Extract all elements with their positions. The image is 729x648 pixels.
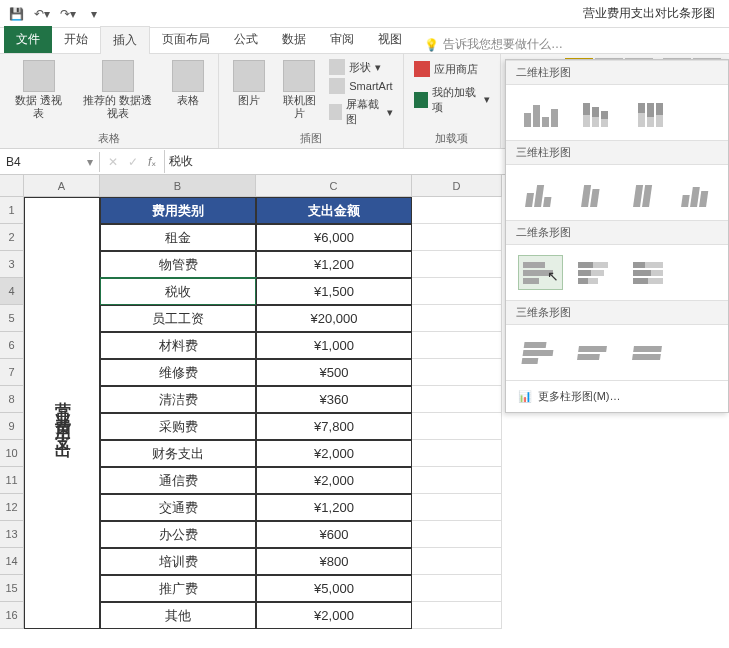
cell-B16[interactable]: 其他 <box>100 602 256 629</box>
clustered-column-thumb[interactable] <box>518 95 563 130</box>
row-header-11[interactable]: 11 <box>0 467 24 494</box>
tab-pagelayout[interactable]: 页面布局 <box>150 26 222 53</box>
tell-me-search[interactable]: 💡 告诉我您想要做什么… <box>424 36 563 53</box>
appstore-button[interactable]: 应用商店 <box>412 60 492 78</box>
cell-C13[interactable]: ¥600 <box>256 521 412 548</box>
cell-D2[interactable] <box>412 224 502 251</box>
row-header-6[interactable]: 6 <box>0 332 24 359</box>
3d-clustered-bar-thumb[interactable] <box>518 335 563 370</box>
tab-view[interactable]: 视图 <box>366 26 414 53</box>
smartart-button[interactable]: SmartArt <box>327 77 394 95</box>
row-header-7[interactable]: 7 <box>0 359 24 386</box>
cell-B4[interactable]: 税收 <box>100 278 256 305</box>
3d-stacked-column-thumb[interactable] <box>570 175 612 210</box>
cell-D15[interactable] <box>412 575 502 602</box>
cell-C10[interactable]: ¥2,000 <box>256 440 412 467</box>
tab-review[interactable]: 审阅 <box>318 26 366 53</box>
cell-B12[interactable]: 交通费 <box>100 494 256 521</box>
cell-D11[interactable] <box>412 467 502 494</box>
3d-column-thumb[interactable] <box>674 175 716 210</box>
pictures-button[interactable]: 图片 <box>227 58 271 109</box>
cell-D8[interactable] <box>412 386 502 413</box>
cell-B6[interactable]: 材料费 <box>100 332 256 359</box>
clustered-bar-thumb[interactable]: ↖ <box>518 255 563 290</box>
cell-D14[interactable] <box>412 548 502 575</box>
table-button[interactable]: 表格 <box>166 58 210 109</box>
row-header-5[interactable]: 5 <box>0 305 24 332</box>
stacked-bar-thumb[interactable] <box>573 255 618 290</box>
cell-B3[interactable]: 物管费 <box>100 251 256 278</box>
row-header-1[interactable]: 1 <box>0 197 24 224</box>
3d-clustered-column-thumb[interactable] <box>518 175 560 210</box>
cell-B11[interactable]: 通信费 <box>100 467 256 494</box>
3d-100-stacked-column-thumb[interactable] <box>622 175 664 210</box>
cell-D3[interactable] <box>412 251 502 278</box>
3d-stacked-bar-thumb[interactable] <box>573 335 618 370</box>
cell-B2[interactable]: 租金 <box>100 224 256 251</box>
row-header-10[interactable]: 10 <box>0 440 24 467</box>
cell-D16[interactable] <box>412 602 502 629</box>
tab-home[interactable]: 开始 <box>52 26 100 53</box>
cell-B5[interactable]: 员工工资 <box>100 305 256 332</box>
cell-C8[interactable]: ¥360 <box>256 386 412 413</box>
cell-D10[interactable] <box>412 440 502 467</box>
cell-D7[interactable] <box>412 359 502 386</box>
cell-C15[interactable]: ¥5,000 <box>256 575 412 602</box>
row-header-12[interactable]: 12 <box>0 494 24 521</box>
redo-icon[interactable]: ↷▾ <box>56 3 80 25</box>
cell-B14[interactable]: 培训费 <box>100 548 256 575</box>
cell-D9[interactable] <box>412 413 502 440</box>
cell-C11[interactable]: ¥2,000 <box>256 467 412 494</box>
cell-C9[interactable]: ¥7,800 <box>256 413 412 440</box>
pivottable-button[interactable]: 数据 透视表 <box>8 58 69 122</box>
cell-C4[interactable]: ¥1,500 <box>256 278 412 305</box>
row-header-3[interactable]: 3 <box>0 251 24 278</box>
screenshot-button[interactable]: 屏幕截图 ▾ <box>327 96 394 128</box>
name-box[interactable]: B4▾ <box>0 152 100 172</box>
cell-B10[interactable]: 财务支出 <box>100 440 256 467</box>
shapes-button[interactable]: 形状 ▾ <box>327 58 394 76</box>
row-header-2[interactable]: 2 <box>0 224 24 251</box>
cell-B1-header[interactable]: 费用类别 <box>100 197 256 224</box>
merged-title-cell[interactable]: 营业费用支出 <box>24 197 100 629</box>
cell-B9[interactable]: 采购费 <box>100 413 256 440</box>
tab-insert[interactable]: 插入 <box>100 26 150 54</box>
stacked-column-thumb[interactable] <box>573 95 618 130</box>
fx-icon[interactable]: fₓ <box>148 155 156 169</box>
row-header-4[interactable]: 4 <box>0 278 24 305</box>
cell-D4[interactable] <box>412 278 502 305</box>
cell-C12[interactable]: ¥1,200 <box>256 494 412 521</box>
cell-B7[interactable]: 维修费 <box>100 359 256 386</box>
row-header-9[interactable]: 9 <box>0 413 24 440</box>
100-stacked-column-thumb[interactable] <box>628 95 673 130</box>
recommended-pivot-button[interactable]: 推荐的 数据透视表 <box>73 58 162 122</box>
row-header-15[interactable]: 15 <box>0 575 24 602</box>
col-header-D[interactable]: D <box>412 175 502 197</box>
cell-C16[interactable]: ¥2,000 <box>256 602 412 629</box>
save-icon[interactable]: 💾 <box>4 3 28 25</box>
tab-formulas[interactable]: 公式 <box>222 26 270 53</box>
cell-D6[interactable] <box>412 332 502 359</box>
cell-C14[interactable]: ¥800 <box>256 548 412 575</box>
row-header-14[interactable]: 14 <box>0 548 24 575</box>
3d-100-stacked-bar-thumb[interactable] <box>628 335 673 370</box>
cell-C1-header[interactable]: 支出金额 <box>256 197 412 224</box>
undo-icon[interactable]: ↶▾ <box>30 3 54 25</box>
col-header-A[interactable]: A <box>24 175 100 197</box>
cell-D1[interactable] <box>412 197 502 224</box>
row-header-16[interactable]: 16 <box>0 602 24 629</box>
cell-C7[interactable]: ¥500 <box>256 359 412 386</box>
my-addins-button[interactable]: 我的加载项 ▾ <box>412 84 492 116</box>
cell-B13[interactable]: 办公费 <box>100 521 256 548</box>
row-header-8[interactable]: 8 <box>0 386 24 413</box>
cell-C6[interactable]: ¥1,000 <box>256 332 412 359</box>
qat-customize-icon[interactable]: ▾ <box>82 3 106 25</box>
online-pictures-button[interactable]: 联机图片 <box>275 58 323 122</box>
more-charts-button[interactable]: 📊 更多柱形图(M)… <box>506 380 728 412</box>
tab-file[interactable]: 文件 <box>4 26 52 53</box>
cell-B15[interactable]: 推广费 <box>100 575 256 602</box>
col-header-B[interactable]: B <box>100 175 256 197</box>
100-stacked-bar-thumb[interactable] <box>628 255 673 290</box>
cell-D5[interactable] <box>412 305 502 332</box>
col-header-C[interactable]: C <box>256 175 412 197</box>
